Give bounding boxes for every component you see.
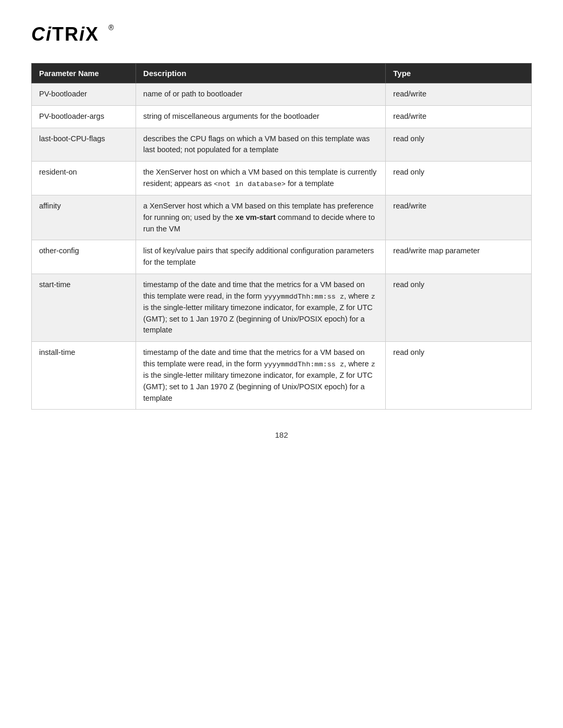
param-type: read only bbox=[386, 274, 532, 341]
citrix-logo: CiTRiX ® bbox=[31, 21, 115, 47]
param-description: describes the CPU flags on which a VM ba… bbox=[136, 128, 385, 162]
param-name: other-config bbox=[32, 240, 136, 274]
param-type: read/write map parameter bbox=[386, 240, 532, 274]
table-row: last-boot-CPU-flagsdescribes the CPU fla… bbox=[32, 128, 532, 162]
param-name: last-boot-CPU-flags bbox=[32, 128, 136, 162]
param-description: string of miscellaneous arguments for th… bbox=[136, 105, 385, 128]
page-number: 182 bbox=[275, 430, 288, 439]
table-row: PV-bootloadername of or path to bootload… bbox=[32, 83, 532, 106]
param-name: PV-bootloader bbox=[32, 83, 136, 106]
param-description: list of key/value pairs that specify add… bbox=[136, 240, 385, 274]
param-description: timestamp of the date and time that the … bbox=[136, 274, 385, 341]
param-type: read/write bbox=[386, 195, 532, 240]
parameters-table: Parameter Name Description Type PV-bootl… bbox=[31, 63, 532, 410]
table-row: install-timetimestamp of the date and ti… bbox=[32, 342, 532, 410]
param-name: install-time bbox=[32, 342, 136, 410]
param-name: affinity bbox=[32, 195, 136, 240]
header-name: Parameter Name bbox=[32, 64, 136, 83]
table-header-row: Parameter Name Description Type bbox=[32, 64, 532, 83]
param-description: timestamp of the date and time that the … bbox=[136, 342, 385, 410]
table-row: other-configlist of key/value pairs that… bbox=[32, 240, 532, 274]
param-description: a XenServer host which a VM based on thi… bbox=[136, 195, 385, 240]
table-row: PV-bootloader-argsstring of miscellaneou… bbox=[32, 105, 532, 128]
param-type: read only bbox=[386, 162, 532, 195]
page-footer: 182 bbox=[31, 430, 532, 439]
citrix-logo-svg: CiTRiX ® bbox=[31, 21, 115, 46]
logo-area: CiTRiX ® bbox=[31, 21, 532, 47]
param-description: the XenServer host on which a VM based o… bbox=[136, 162, 385, 195]
param-name: PV-bootloader-args bbox=[32, 105, 136, 128]
param-name: start-time bbox=[32, 274, 136, 341]
param-type: read/write bbox=[386, 83, 532, 106]
table-row: affinitya XenServer host which a VM base… bbox=[32, 195, 532, 240]
param-description: name of or path to bootloader bbox=[136, 83, 385, 106]
table-row: start-timetimestamp of the date and time… bbox=[32, 274, 532, 341]
param-type: read/write bbox=[386, 105, 532, 128]
header-description: Description bbox=[136, 64, 385, 83]
param-name: resident-on bbox=[32, 162, 136, 195]
page-container: CiTRiX ® Parameter Name Description Type… bbox=[0, 0, 563, 471]
param-type: read only bbox=[386, 342, 532, 410]
svg-text:®: ® bbox=[108, 23, 114, 32]
table-row: resident-onthe XenServer host on which a… bbox=[32, 162, 532, 195]
param-type: read only bbox=[386, 128, 532, 162]
svg-text:CiTRiX: CiTRiX bbox=[31, 23, 99, 45]
header-type: Type bbox=[386, 64, 532, 83]
